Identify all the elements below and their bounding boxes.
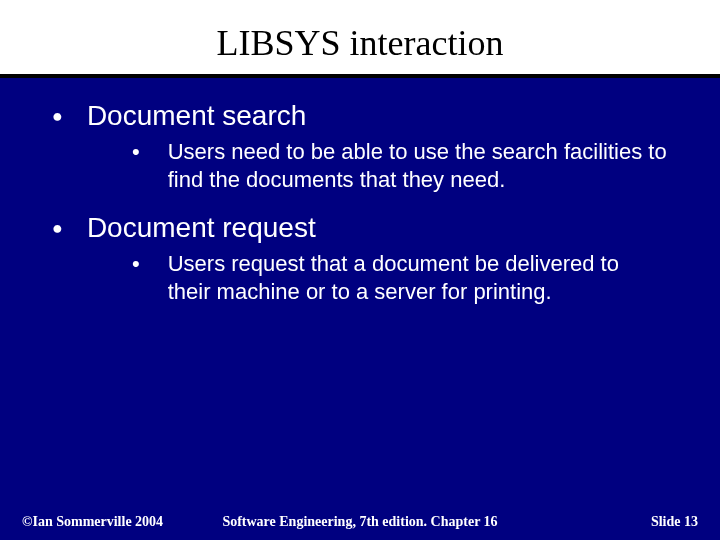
slide-title: LIBSYS interaction	[0, 0, 720, 74]
list-item: ● Document search	[40, 100, 680, 132]
list-item: ● Document request	[40, 212, 680, 244]
sub-bullet-icon: •	[132, 138, 140, 166]
footer-center: Software Engineering, 7th edition. Chapt…	[222, 514, 497, 530]
sub-item-text: Users request that a document be deliver…	[168, 250, 668, 306]
sub-list-item: • Users request that a document be deliv…	[132, 250, 680, 306]
footer-left: ©Ian Sommerville 2004	[22, 514, 163, 530]
slide-content: ● Document search • Users need to be abl…	[0, 78, 720, 306]
footer-right: Slide 13	[651, 514, 698, 530]
sub-item-text: Users need to be able to use the search …	[168, 138, 668, 194]
slide-footer: ©Ian Sommerville 2004 Software Engineeri…	[0, 514, 720, 530]
sub-bullet-icon: •	[132, 250, 140, 278]
item-label: Document request	[87, 212, 316, 244]
bullet-icon: ●	[52, 212, 63, 244]
item-label: Document search	[87, 100, 306, 132]
sub-list-item: • Users need to be able to use the searc…	[132, 138, 680, 194]
bullet-icon: ●	[52, 100, 63, 132]
